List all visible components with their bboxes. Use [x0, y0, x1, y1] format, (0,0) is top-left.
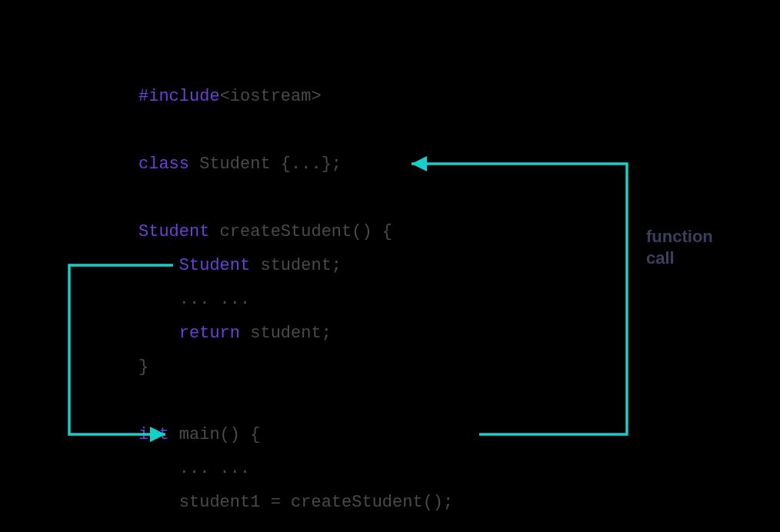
include-target: <iostream>: [220, 87, 322, 106]
keyword-return: return: [179, 324, 240, 343]
indent: [138, 256, 179, 275]
call-createstudent: student1 = createStudent();: [138, 493, 453, 512]
annotation-line1: function: [646, 227, 713, 246]
indent: [138, 324, 179, 343]
func-decl-createstudent: createStudent() {: [209, 222, 392, 241]
ellipsis-line: ... ...: [138, 290, 250, 309]
annotation-line2: call: [646, 248, 675, 268]
annotation-function-call: function call: [646, 226, 713, 269]
closing-brace: }: [138, 357, 148, 377]
keyword-class: class: [138, 155, 189, 174]
preproc-include: #include: [138, 87, 220, 106]
code-block: #include<iostream> class Student {...}; …: [138, 46, 453, 532]
func-decl-main: main() {: [169, 425, 261, 444]
ellipsis-line: ... ...: [138, 527, 250, 532]
local-var-student: student;: [250, 256, 342, 275]
return-type-student: Student: [138, 222, 209, 241]
local-type-student: Student: [179, 256, 250, 275]
class-decl: Student {...};: [189, 155, 342, 174]
return-value: student;: [240, 324, 332, 343]
ellipsis-line: ... ...: [138, 459, 250, 478]
return-type-int: int: [138, 425, 169, 444]
